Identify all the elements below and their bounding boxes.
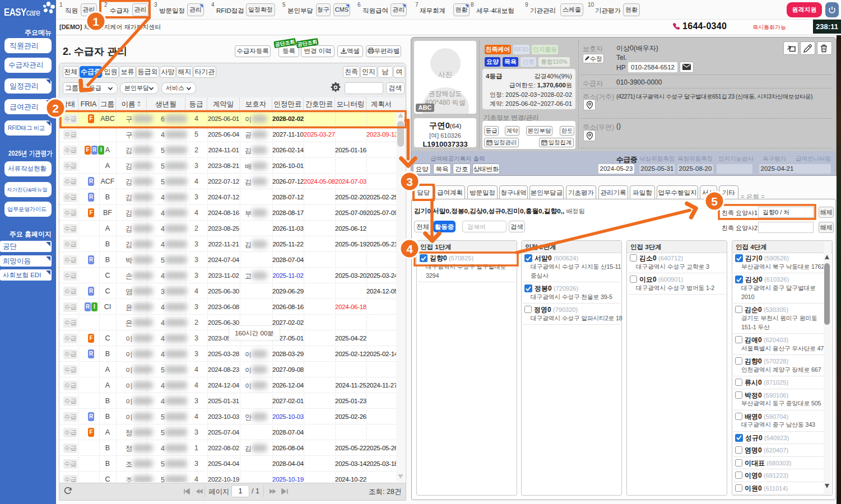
svg-text:3: 3 [406,175,413,188]
